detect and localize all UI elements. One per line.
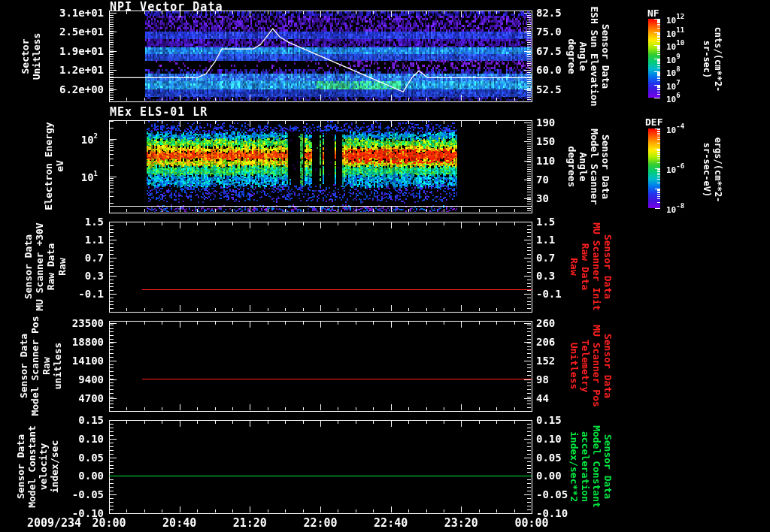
tick-label: 110 bbox=[536, 155, 555, 167]
tick-label: 0.3 bbox=[536, 270, 555, 282]
tick-label: 0.00 bbox=[536, 470, 562, 482]
tick-label: 4700 bbox=[0, 392, 104, 404]
colorbar-nf-unit-label: cnts/(cm**2-sr-sec) bbox=[701, 27, 723, 92]
panel1-title: NPI Vector Data bbox=[110, 0, 223, 14]
tick-label: 10-4 bbox=[666, 123, 684, 135]
panel3-right-axis-label: Sensor Data MU Scanner Init Raw Data Raw bbox=[568, 222, 614, 310]
tick-label: -0.1 bbox=[536, 288, 562, 300]
tick-label: 60.0 bbox=[536, 64, 562, 76]
tick-label: 0.15 bbox=[536, 414, 562, 426]
els-spectrogram-canvas bbox=[147, 121, 457, 212]
tick-label: 67.5 bbox=[536, 45, 562, 57]
tick-label: 0.10 bbox=[536, 433, 562, 445]
tick-label: 20:00 bbox=[74, 516, 144, 530]
panel4-right-axis-label: Sensor Data MU Scanner Pos Telemetry Uni… bbox=[568, 325, 614, 407]
tick-label: 23500 bbox=[0, 317, 104, 329]
tick-label: 22:00 bbox=[285, 516, 356, 530]
tick-label: 14100 bbox=[0, 355, 104, 367]
npi-spectrogram-canvas bbox=[145, 11, 532, 101]
tick-label: 190 bbox=[536, 116, 555, 128]
tick-label: 0.05 bbox=[536, 452, 562, 464]
tick-label: 1.9e+01 bbox=[0, 45, 104, 57]
tick-label: 20:40 bbox=[144, 516, 215, 530]
tick-label: 0.10 bbox=[0, 433, 104, 445]
tick-label: 0.15 bbox=[0, 414, 104, 426]
tick-label: 0.7 bbox=[536, 252, 555, 264]
panel1-right-axis-label: Sensor Data ESH Sun Elevation Angle degr… bbox=[566, 6, 611, 106]
tick-label: 18800 bbox=[0, 336, 104, 348]
panel2-right-axis-label: Sensor Data Model Scanner Angle degrees bbox=[566, 128, 611, 205]
tick-label: 75.0 bbox=[536, 26, 562, 38]
panel2-title: MEx ELS-01 LR bbox=[110, 105, 208, 119]
tick-label: 1.1 bbox=[0, 234, 104, 246]
tick-label: 22:40 bbox=[356, 516, 426, 530]
tick-label: 107 bbox=[666, 80, 681, 92]
tick-label: 1011 bbox=[666, 27, 684, 39]
panel5-right-axis-label: Sensor Data Model Constant acceleration … bbox=[568, 425, 614, 508]
tick-label: 10-6 bbox=[666, 163, 684, 175]
colorbar-def bbox=[648, 128, 660, 208]
tick-label: 21:20 bbox=[214, 516, 285, 530]
tick-label: 1.5 bbox=[536, 216, 555, 228]
colorbar-nf-title: NF bbox=[647, 8, 659, 19]
tick-label: 10-8 bbox=[666, 203, 684, 215]
tick-label: 3.1e+01 bbox=[0, 7, 104, 19]
tick-label: 152 bbox=[536, 355, 555, 367]
tick-label: 101 bbox=[0, 171, 98, 183]
tick-label: 1.2e+01 bbox=[0, 64, 104, 76]
colorbar-def-unit-label: ergs/(cm**2-sr-sec-eV) bbox=[701, 138, 723, 203]
tick-label: -0.1 bbox=[0, 288, 104, 300]
tick-label: 150 bbox=[536, 135, 555, 147]
figure-root: NPI Vector Data MEx ELS-01 LR Sector Uni… bbox=[0, 0, 770, 532]
tick-label: 1.1 bbox=[536, 234, 555, 246]
tick-label: 70 bbox=[536, 174, 549, 186]
tick-label: 0.05 bbox=[0, 452, 104, 464]
colorbar-def-title: DEF bbox=[645, 116, 662, 128]
tick-label: 0.00 bbox=[0, 470, 104, 482]
tick-label: 102 bbox=[0, 133, 98, 146]
tick-label: 6.2e+00 bbox=[0, 83, 104, 95]
tick-label: 206 bbox=[536, 336, 555, 348]
tick-label: 0.7 bbox=[0, 252, 104, 264]
tick-label: 1010 bbox=[666, 40, 684, 52]
tick-label: 106 bbox=[666, 92, 681, 104]
tick-label: 52.5 bbox=[536, 83, 562, 95]
tick-label: 44 bbox=[536, 392, 549, 404]
tick-label: 108 bbox=[666, 66, 681, 78]
tick-label: 260 bbox=[536, 317, 555, 329]
tick-label: 1012 bbox=[666, 14, 684, 26]
tick-label: 00:00 bbox=[496, 516, 567, 530]
tick-label: 23:20 bbox=[426, 516, 496, 530]
tick-label: 0.3 bbox=[0, 270, 104, 282]
tick-label: 9400 bbox=[0, 373, 104, 385]
tick-label: 98 bbox=[536, 373, 549, 385]
tick-label: 2.5e+01 bbox=[0, 26, 104, 38]
tick-label: 109 bbox=[666, 53, 681, 65]
tick-label: 1.5 bbox=[0, 216, 104, 228]
tick-label: 30 bbox=[536, 192, 549, 204]
tick-label: -0.05 bbox=[0, 488, 104, 500]
colorbar-nf bbox=[648, 19, 660, 98]
tick-label: 82.5 bbox=[536, 7, 562, 19]
tick-label: -0.05 bbox=[536, 488, 568, 500]
